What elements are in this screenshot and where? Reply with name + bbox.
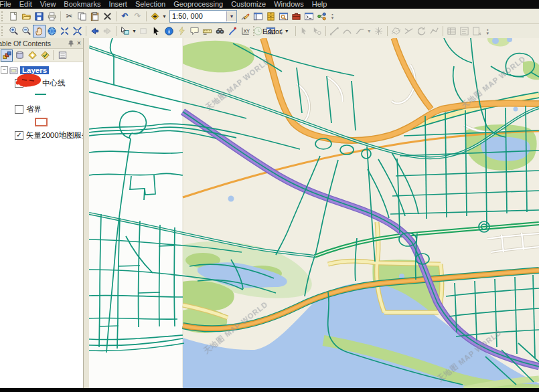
layer-name[interactable]: 矢量2000地图服务: [26, 130, 83, 140]
separator: [116, 26, 117, 36]
undo-icon[interactable]: ↶: [119, 10, 131, 23]
cut-icon[interactable]: ✂: [63, 10, 76, 23]
toolbar-grip[interactable]: [253, 26, 258, 36]
full-extent-icon[interactable]: [46, 25, 58, 37]
map-scale-value[interactable]: 1:50, 000: [170, 12, 226, 20]
menu-edit[interactable]: Edit: [19, 0, 32, 9]
list-by-drawing-order-icon[interactable]: [1, 50, 13, 62]
paste-icon[interactable]: [88, 10, 101, 23]
layer-symbol-row[interactable]: [0, 116, 83, 127]
identify-icon[interactable]: [163, 25, 175, 37]
go-to-xy-icon[interactable]: XY: [239, 25, 252, 37]
editor-menu-button[interactable]: Editor ▾: [259, 25, 293, 37]
layer-row-vector-map-service[interactable]: ✓ 矢量2000地图服务: [0, 130, 83, 141]
add-data-dropdown-icon[interactable]: ▾: [161, 13, 167, 19]
find-route-icon[interactable]: [226, 25, 239, 37]
delete-icon[interactable]: [101, 10, 114, 23]
menu-selection[interactable]: Selection: [135, 0, 165, 9]
layer-checkbox[interactable]: [15, 105, 23, 114]
point-tool-icon[interactable]: [372, 25, 385, 37]
editor-toolbar: Editor ▾ ▾ ▪▾: [252, 24, 492, 38]
close-icon[interactable]: ×: [75, 39, 83, 47]
copy-icon[interactable]: [76, 10, 88, 23]
rotate-tool-icon[interactable]: [415, 25, 428, 37]
sketch-properties-icon[interactable]: [458, 25, 471, 37]
html-popup-icon[interactable]: [188, 25, 201, 37]
trace-dropdown-icon[interactable]: ▾: [366, 28, 372, 34]
menu-bookmarks[interactable]: Bookmarks: [64, 0, 100, 9]
select-features-icon[interactable]: [119, 25, 131, 37]
menu-insert[interactable]: Insert: [108, 0, 127, 9]
arc-segment-icon[interactable]: [341, 25, 354, 37]
measure-icon[interactable]: [201, 25, 214, 37]
layer-checkbox[interactable]: ✓: [15, 131, 23, 140]
toc-header[interactable]: Table Of Contents ×: [0, 38, 83, 49]
scale-dropdown-icon[interactable]: ▾: [226, 11, 236, 21]
toc-tree: − Layers ✓ 中心线 省界 ✓ 矢量2000地图服务: [0, 62, 83, 388]
fixed-zoom-in-icon[interactable]: [58, 25, 71, 37]
toolbar-grip[interactable]: [1, 11, 6, 21]
menu-bar: File Edit View Bookmarks Insert Selectio…: [0, 0, 539, 9]
list-by-visibility-icon[interactable]: [26, 50, 38, 62]
go-forward-icon[interactable]: [101, 25, 114, 37]
toolbar-overflow-icon[interactable]: ▪▾: [485, 28, 491, 35]
find-icon[interactable]: [214, 25, 226, 37]
layer-symbol-row[interactable]: [0, 89, 83, 100]
zoom-out-icon[interactable]: [20, 25, 33, 37]
toolbar-overflow-icon[interactable]: ▪▾: [329, 13, 335, 19]
menu-geoprocessing[interactable]: Geoprocessing: [173, 0, 223, 9]
add-data-icon[interactable]: [149, 10, 161, 23]
menu-customize[interactable]: Customize: [231, 0, 266, 9]
save-icon[interactable]: [33, 10, 46, 23]
arctoolbox-icon[interactable]: [290, 10, 303, 23]
straight-segment-icon[interactable]: [328, 25, 341, 37]
trace-tool-icon[interactable]: [354, 25, 366, 37]
separator: [387, 26, 388, 36]
pin-icon[interactable]: [67, 39, 75, 47]
arcmap-window: File Edit View Bookmarks Insert Selectio…: [0, 0, 539, 392]
zoom-in-icon[interactable]: [7, 25, 20, 37]
cut-polygons-icon[interactable]: [390, 25, 402, 37]
select-features-dropdown-icon[interactable]: ▾: [131, 28, 137, 34]
layer-row-province-boundary[interactable]: 省界: [0, 104, 83, 115]
select-elements-icon[interactable]: [150, 25, 163, 37]
clear-selection-icon[interactable]: [137, 25, 150, 37]
create-features-icon[interactable]: [471, 25, 483, 37]
list-by-source-icon[interactable]: [13, 50, 25, 62]
redo-icon[interactable]: ↷: [131, 10, 144, 23]
separator: [86, 26, 86, 36]
table-of-contents-icon[interactable]: [252, 10, 264, 23]
tools-toolbar: ▾ XY ▪▾ Editor ▾ ▾: [0, 24, 539, 39]
layer-name[interactable]: 中心线: [42, 78, 66, 88]
hyperlink-icon[interactable]: [175, 25, 188, 37]
map-canvas[interactable]: 天地图 MAP WORLD 天地图 MAP WORLD 天地图 MAP WORL…: [89, 38, 539, 388]
toc-toolbar: [0, 49, 83, 62]
layer-name[interactable]: 省界: [26, 104, 42, 114]
catalog-icon[interactable]: [264, 10, 277, 23]
fixed-zoom-out-icon[interactable]: [71, 25, 84, 37]
pan-icon[interactable]: [33, 25, 46, 37]
toolbar-grip[interactable]: [1, 26, 6, 36]
search-window-icon[interactable]: [277, 10, 290, 23]
edit-annotation-tool-icon[interactable]: [311, 25, 323, 37]
menu-file[interactable]: File: [0, 0, 11, 9]
collapse-icon[interactable]: −: [1, 66, 8, 74]
list-by-selection-icon[interactable]: [39, 50, 51, 62]
split-tool-icon[interactable]: [402, 25, 415, 37]
open-icon[interactable]: [20, 10, 33, 23]
map-scale-combo[interactable]: 1:50, 000 ▾: [169, 10, 237, 23]
editor-toolbar-toggle-icon[interactable]: [239, 10, 252, 23]
attributes-icon[interactable]: [445, 25, 458, 37]
edit-tool-icon[interactable]: [298, 25, 311, 37]
print-icon[interactable]: [46, 10, 58, 23]
go-back-icon[interactable]: [88, 25, 101, 37]
menu-help[interactable]: Help: [312, 0, 327, 9]
python-window-icon[interactable]: [303, 10, 315, 23]
window-bottom-edge: [0, 388, 539, 392]
menu-windows[interactable]: Windows: [274, 0, 304, 9]
new-document-icon[interactable]: [7, 10, 20, 23]
menu-view[interactable]: View: [40, 0, 56, 9]
toc-options-icon[interactable]: [56, 50, 68, 62]
reshape-tool-icon[interactable]: [428, 25, 441, 37]
modelbuilder-icon[interactable]: [315, 10, 328, 23]
